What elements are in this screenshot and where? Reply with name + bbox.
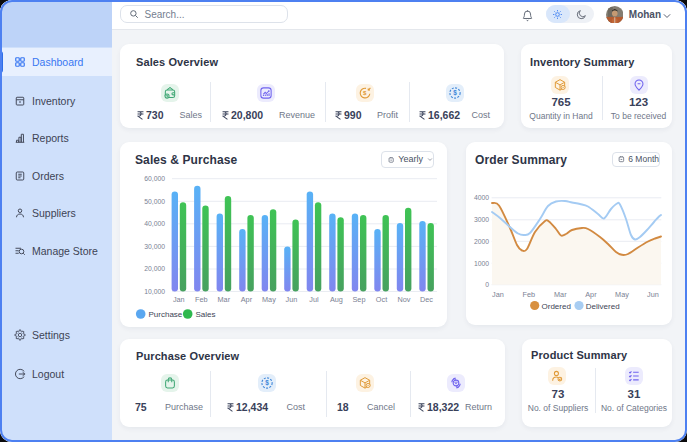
svg-text:Jul: Jul <box>309 295 319 304</box>
svg-text:May: May <box>262 295 276 304</box>
svg-text:Sep: Sep <box>353 295 366 304</box>
svg-text:40,000: 40,000 <box>144 220 165 227</box>
svg-text:60,000: 60,000 <box>144 175 165 182</box>
svg-text:Oct: Oct <box>376 295 387 304</box>
svg-text:$: $ <box>265 379 269 387</box>
svg-text:Jun: Jun <box>286 295 298 304</box>
svg-text:3000: 3000 <box>474 216 489 223</box>
svg-text:50,000: 50,000 <box>144 198 165 205</box>
svg-text:Jan: Jan <box>492 290 504 299</box>
svg-text:10,000: 10,000 <box>144 288 165 295</box>
svg-text:$: $ <box>363 89 367 96</box>
svg-text:4000: 4000 <box>474 194 489 201</box>
svg-text:2000: 2000 <box>474 238 489 245</box>
svg-text:Sales: Sales <box>196 310 216 319</box>
svg-text:May: May <box>615 290 629 299</box>
svg-text:Delivered: Delivered <box>586 302 620 311</box>
svg-text:20,000: 20,000 <box>144 265 165 272</box>
svg-text:Dec: Dec <box>420 295 433 304</box>
svg-text:$: $ <box>453 89 457 97</box>
svg-text:Feb: Feb <box>195 295 208 304</box>
svg-text:Apr: Apr <box>585 290 597 299</box>
svg-text:Feb: Feb <box>523 290 536 299</box>
svg-text:Nov: Nov <box>398 295 411 304</box>
svg-text:Jun: Jun <box>647 290 659 299</box>
svg-text:Apr: Apr <box>241 295 253 304</box>
svg-text:Mar: Mar <box>218 295 231 304</box>
svg-text:30,000: 30,000 <box>144 243 165 250</box>
svg-text:Jan: Jan <box>173 295 185 304</box>
svg-text:1000: 1000 <box>474 260 489 267</box>
svg-text:0: 0 <box>485 281 489 288</box>
svg-text:Aug: Aug <box>330 295 343 304</box>
svg-text:Purchase: Purchase <box>149 310 183 319</box>
svg-text:Mar: Mar <box>554 290 567 299</box>
svg-text:Ordered: Ordered <box>542 302 571 311</box>
